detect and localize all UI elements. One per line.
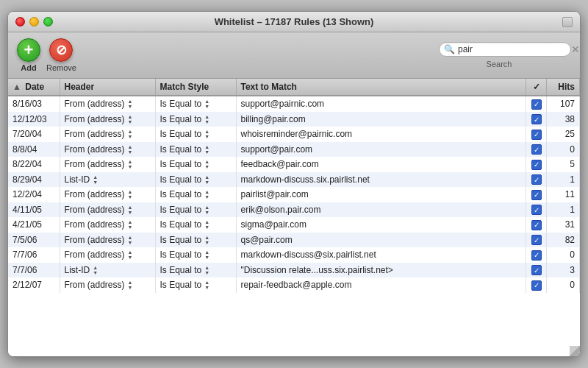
search-label: Search xyxy=(487,60,512,68)
stepper-icon[interactable]: ▲▼ xyxy=(204,99,209,109)
table-row[interactable]: 12/12/03 From (address) ▲▼ Is Equal to ▲… xyxy=(8,112,580,127)
cell-check[interactable]: ✓ xyxy=(526,96,547,112)
cell-check[interactable]: ✓ xyxy=(526,233,547,248)
stepper-icon[interactable]: ▲▼ xyxy=(204,265,209,275)
cell-check[interactable]: ✓ xyxy=(526,247,547,263)
cell-match-style: Is Equal to ▲▼ xyxy=(155,157,236,172)
cell-check[interactable]: ✓ xyxy=(526,202,547,218)
checkbox[interactable]: ✓ xyxy=(531,160,542,170)
cell-match-style: Is Equal to ▲▼ xyxy=(155,187,236,202)
table-row[interactable]: 7/20/04 From (address) ▲▼ Is Equal to ▲▼… xyxy=(8,127,580,142)
cell-check[interactable]: ✓ xyxy=(526,142,547,158)
stepper-icon[interactable]: ▲▼ xyxy=(128,205,133,215)
close-button[interactable] xyxy=(15,17,25,26)
resize-button[interactable] xyxy=(562,17,573,27)
stepper-icon[interactable]: ▲▼ xyxy=(128,159,133,169)
col-header-header[interactable]: Header xyxy=(60,79,155,96)
stepper-icon[interactable]: ▲▼ xyxy=(128,250,133,260)
col-header-hits[interactable]: Hits xyxy=(547,79,580,96)
stepper-icon[interactable]: ▲▼ xyxy=(128,144,133,155)
cell-header: List-ID ▲▼ xyxy=(60,263,155,278)
checkbox[interactable]: ✓ xyxy=(531,250,542,261)
cell-header: From (address) ▲▼ xyxy=(60,277,155,293)
cell-check[interactable]: ✓ xyxy=(526,157,547,172)
stepper-icon[interactable]: ▲▼ xyxy=(204,174,209,185)
stepper-icon[interactable]: ▲▼ xyxy=(204,235,209,245)
cell-hits: 3 xyxy=(547,263,580,278)
checkbox[interactable]: ✓ xyxy=(531,205,542,215)
cell-hits: 1 xyxy=(547,172,580,188)
cell-date: 4/11/05 xyxy=(8,202,60,218)
stepper-icon[interactable]: ▲▼ xyxy=(128,219,133,230)
table-row[interactable]: 7/5/06 From (address) ▲▼ Is Equal to ▲▼ … xyxy=(8,233,580,248)
stepper-icon[interactable]: ▲▼ xyxy=(93,174,98,185)
sort-arrow-icon: ▲ xyxy=(12,82,21,92)
table-row[interactable]: 8/8/04 From (address) ▲▼ Is Equal to ▲▼ … xyxy=(8,142,580,158)
add-label: Add xyxy=(21,63,36,72)
table-row[interactable]: 4/11/05 From (address) ▲▼ Is Equal to ▲▼… xyxy=(8,202,580,218)
table-row[interactable]: 8/29/04 List-ID ▲▼ Is Equal to ▲▼ markdo… xyxy=(8,172,580,188)
remove-label: Remove xyxy=(46,63,76,72)
col-header-date[interactable]: ▲ Date xyxy=(8,79,60,96)
stepper-icon[interactable]: ▲▼ xyxy=(128,280,133,290)
checkbox[interactable]: ✓ xyxy=(531,174,542,185)
cell-hits: 107 xyxy=(547,96,580,112)
add-button[interactable]: + Add xyxy=(17,38,40,72)
cell-date: 4/21/05 xyxy=(8,217,60,233)
stepper-icon[interactable]: ▲▼ xyxy=(204,159,209,169)
checkbox[interactable]: ✓ xyxy=(531,190,542,200)
table-body: 8/16/03 From (address) ▲▼ Is Equal to ▲▼… xyxy=(8,96,580,293)
stepper-icon[interactable]: ▲▼ xyxy=(204,114,209,124)
maximize-button[interactable] xyxy=(43,17,53,26)
checkbox[interactable]: ✓ xyxy=(531,280,542,291)
cell-check[interactable]: ✓ xyxy=(526,217,547,233)
cell-text-to-match: feedback@pair.com xyxy=(236,157,526,172)
stepper-icon[interactable]: ▲▼ xyxy=(204,129,209,139)
cell-check[interactable]: ✓ xyxy=(526,277,547,293)
stepper-icon[interactable]: ▲▼ xyxy=(128,189,133,199)
stepper-icon[interactable]: ▲▼ xyxy=(93,265,98,275)
remove-button[interactable]: ⊘ Remove xyxy=(46,38,76,72)
cell-date: 7/5/06 xyxy=(8,233,60,248)
minimize-button[interactable] xyxy=(29,17,39,26)
cell-date: 8/8/04 xyxy=(8,142,60,158)
stepper-icon[interactable]: ▲▼ xyxy=(128,99,133,109)
stepper-icon[interactable]: ▲▼ xyxy=(204,250,209,260)
cell-date: 12/12/03 xyxy=(8,112,60,127)
col-header-check[interactable]: ✓ xyxy=(526,79,547,96)
search-box: 🔍 ✕ xyxy=(439,42,571,57)
stepper-icon[interactable]: ▲▼ xyxy=(128,129,133,139)
checkbox[interactable]: ✓ xyxy=(531,265,542,275)
checkbox[interactable]: ✓ xyxy=(531,235,542,245)
table-row[interactable]: 7/7/06 From (address) ▲▼ Is Equal to ▲▼ … xyxy=(8,247,580,263)
stepper-icon[interactable]: ▲▼ xyxy=(204,189,209,199)
cell-check[interactable]: ✓ xyxy=(526,172,547,188)
stepper-icon[interactable]: ▲▼ xyxy=(204,144,209,155)
search-input[interactable] xyxy=(458,44,568,54)
stepper-icon[interactable]: ▲▼ xyxy=(128,114,133,124)
cell-check[interactable]: ✓ xyxy=(526,127,547,142)
table-row[interactable]: 7/7/06 List-ID ▲▼ Is Equal to ▲▼ "Discus… xyxy=(8,263,580,278)
col-header-match-style[interactable]: Match Style xyxy=(155,79,236,96)
stepper-icon[interactable]: ▲▼ xyxy=(204,205,209,215)
stepper-icon[interactable]: ▲▼ xyxy=(204,219,209,230)
stepper-icon[interactable]: ▲▼ xyxy=(204,280,209,290)
table-row[interactable]: 8/22/04 From (address) ▲▼ Is Equal to ▲▼… xyxy=(8,157,580,172)
col-header-text-to-match[interactable]: Text to Match xyxy=(236,79,526,96)
checkbox[interactable]: ✓ xyxy=(531,130,542,140)
checkbox[interactable]: ✓ xyxy=(531,144,542,155)
stepper-icon[interactable]: ▲▼ xyxy=(128,235,133,245)
checkbox[interactable]: ✓ xyxy=(531,220,542,230)
checkbox[interactable]: ✓ xyxy=(531,114,542,124)
cell-check[interactable]: ✓ xyxy=(526,112,547,127)
cell-hits: 38 xyxy=(547,112,580,127)
table-row[interactable]: 2/12/07 From (address) ▲▼ Is Equal to ▲▼… xyxy=(8,277,580,293)
cell-check[interactable]: ✓ xyxy=(526,263,547,278)
table-container: ▲ Date Header Match Style Text to Match … xyxy=(8,79,580,356)
table-row[interactable]: 4/21/05 From (address) ▲▼ Is Equal to ▲▼… xyxy=(8,217,580,233)
table-row[interactable]: 8/16/03 From (address) ▲▼ Is Equal to ▲▼… xyxy=(8,96,580,112)
table-row[interactable]: 12/2/04 From (address) ▲▼ Is Equal to ▲▼… xyxy=(8,187,580,202)
checkbox[interactable]: ✓ xyxy=(531,99,542,110)
search-clear-button[interactable]: ✕ xyxy=(571,44,580,54)
cell-check[interactable]: ✓ xyxy=(526,187,547,202)
